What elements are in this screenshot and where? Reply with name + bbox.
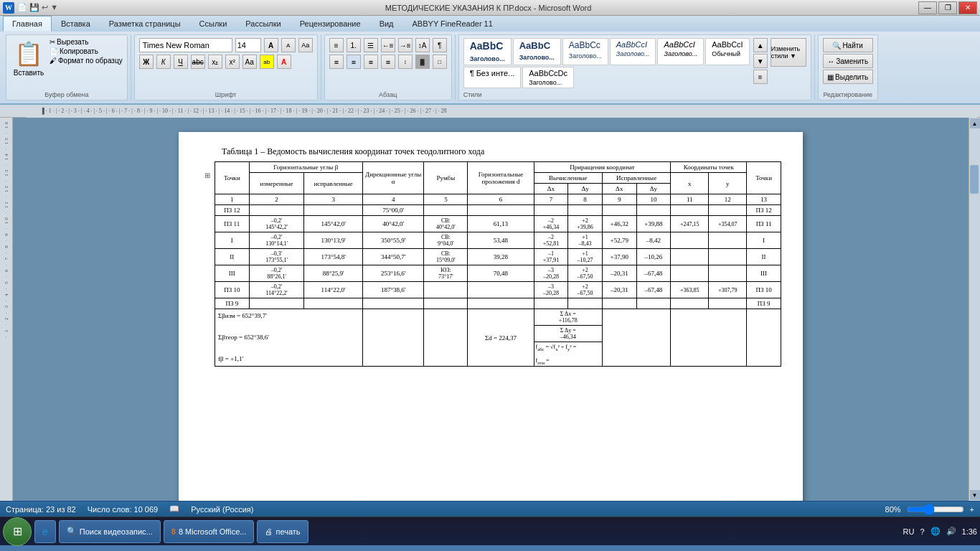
numbered-list-button[interactable]: 1.: [347, 38, 361, 52]
scroll-thumb[interactable]: [970, 165, 979, 194]
style-heading2[interactable]: AaBbCЗаголово...: [513, 38, 561, 65]
table-anchor[interactable]: ⊞: [204, 171, 210, 179]
font-grow-button[interactable]: A: [264, 38, 278, 52]
styles-group: AaBbCЗаголово... AaBbCЗаголово... AaBbCc…: [458, 34, 811, 100]
line-spacing-button[interactable]: ↕: [398, 55, 413, 69]
header-coord-inc: Приращения координат: [534, 162, 671, 173]
font-name-input[interactable]: [139, 38, 232, 52]
font-size-input[interactable]: [235, 38, 261, 52]
subscript-button[interactable]: x₂: [208, 55, 222, 69]
cell-y: [709, 249, 747, 265]
styles-up-button[interactable]: ▲: [753, 38, 768, 52]
justify-button[interactable]: ≡: [381, 55, 395, 69]
cell-dx2: –20,31: [602, 282, 636, 298]
taskbar-print[interactable]: 🖨 печать: [257, 520, 308, 543]
header-coords: Координаты точек: [671, 162, 747, 173]
align-left-button[interactable]: ≡: [329, 55, 344, 69]
tab-mailings[interactable]: Рассылки: [236, 16, 290, 32]
strikethrough-button[interactable]: abc: [191, 55, 205, 69]
zoom-slider[interactable]: [907, 504, 964, 515]
tab-view[interactable]: Вид: [370, 16, 403, 32]
select-button[interactable]: ▦Выделить: [823, 70, 873, 84]
cell-dx2: [602, 205, 636, 216]
style-heading5[interactable]: AaBbCcIЗаголово...: [657, 38, 704, 65]
doc-container: ▐ · 1 · | · 2 · | · 3 · | · 4 · | · 5 · …: [0, 105, 980, 501]
increase-indent-button[interactable]: →≡: [398, 38, 413, 52]
cell-x: [671, 232, 709, 249]
style-heading4[interactable]: AaBbCcIЗаголово...: [610, 38, 656, 65]
bullet-list-button[interactable]: ≡: [329, 38, 344, 52]
multilevel-list-button[interactable]: ☰: [364, 38, 378, 52]
copy-button[interactable]: 📄Копировать: [50, 47, 123, 55]
underline-button[interactable]: Ч: [174, 55, 188, 69]
restore-button[interactable]: ❐: [938, 1, 957, 14]
scroll-down-button[interactable]: ▼: [970, 490, 980, 500]
paste-button[interactable]: 📋 Вставить: [11, 38, 47, 78]
zoom-in-button[interactable]: +: [970, 505, 974, 514]
cut-button[interactable]: ✂Вырезать: [50, 38, 123, 46]
highlight-button[interactable]: ab: [260, 55, 274, 69]
title-bar: W 📄 💾 ↩ ▼ МЕТОДИЧЕСКИЕ УКАЗАНИЯ К ПР.doc…: [0, 0, 980, 16]
cell-y: +354,07: [709, 216, 747, 232]
cell-measured: –0,2'88°26,1': [249, 265, 304, 282]
title-bar-left: W 📄 💾 ↩ ▼: [3, 2, 58, 14]
ie-button[interactable]: e: [34, 520, 56, 543]
table-row: ПЗ 9 ПЗ 9: [215, 298, 781, 309]
replace-button[interactable]: ↔Заменить: [823, 54, 873, 68]
shading-button[interactable]: ▓: [415, 55, 430, 69]
styles-more-button[interactable]: ≡: [753, 70, 768, 84]
change-styles-button[interactable]: Изменить стили ▼: [771, 38, 806, 67]
style-heading1[interactable]: AaBbCЗаголово...: [463, 38, 512, 65]
font-color-button[interactable]: A: [277, 55, 291, 69]
scrollbar-vertical[interactable]: ▲ ▼: [969, 118, 980, 501]
format-painter-button[interactable]: 🖌Формат по образцу: [50, 57, 123, 65]
tab-layout[interactable]: Разметка страницы: [100, 16, 190, 32]
bold-button[interactable]: Ж: [139, 55, 154, 69]
sort-button[interactable]: ↕A: [415, 38, 430, 52]
superscript-button[interactable]: x²: [225, 55, 240, 69]
num-9: 9: [602, 194, 636, 205]
align-center-button[interactable]: ≡: [347, 55, 361, 69]
align-right-button[interactable]: ≡: [364, 55, 378, 69]
scroll-up-button[interactable]: ▲: [970, 118, 980, 128]
table-row: I –0,2'130°14,1' 130°13,9' 350°55,9' СВ:…: [215, 232, 781, 249]
tab-insert[interactable]: Вставка: [52, 16, 100, 32]
tab-home[interactable]: Главная: [3, 16, 52, 32]
help-icon[interactable]: ?: [920, 527, 924, 536]
tab-references[interactable]: Ссылки: [190, 16, 237, 32]
header-dx2: Δx: [602, 184, 636, 194]
cell-dx1: [534, 298, 568, 309]
tab-abbyy[interactable]: ABBYY FineReader 11: [403, 16, 502, 32]
style-heading3[interactable]: AaBbCcЗаголово...: [562, 38, 608, 65]
header-corrected: исправленные: [304, 173, 362, 194]
style-normal[interactable]: AaBbCcIОбычный: [705, 38, 749, 65]
tab-review[interactable]: Рецензирование: [291, 16, 370, 32]
font-shrink-button[interactable]: A: [281, 38, 296, 52]
find-button[interactable]: 🔍Найти: [823, 38, 873, 52]
show-marks-button[interactable]: ¶: [433, 38, 447, 52]
decrease-indent-button[interactable]: ←≡: [381, 38, 395, 52]
zoom-level: 80%: [885, 505, 901, 514]
ruler-left: · 1 · 2 · 3 · 4 · 5 · 6 · 7 · 8 · 9 · 10…: [0, 118, 13, 501]
clear-format-button[interactable]: Aa: [298, 38, 313, 52]
cell-corrected: 114°22,0': [304, 282, 362, 298]
cell-corrected: 145°42,0': [304, 216, 362, 232]
clock: 1:36: [962, 527, 977, 536]
change-case-button[interactable]: Аа: [242, 55, 257, 69]
cell-x: [671, 265, 709, 282]
cell-rumb: СВ:9°04,0': [424, 232, 468, 249]
cell-x: [671, 205, 709, 216]
close-button[interactable]: ✕: [958, 1, 977, 14]
minimize-button[interactable]: —: [918, 1, 937, 14]
italic-button[interactable]: К: [156, 55, 171, 69]
taskbar-office[interactable]: 8 8 Microsoft Office...: [164, 520, 255, 543]
cell-dy2: [636, 298, 671, 309]
num-5: 5: [424, 194, 468, 205]
border-button[interactable]: □: [433, 55, 447, 69]
start-button[interactable]: ⊞: [3, 517, 32, 546]
styles-down-button[interactable]: ▼: [753, 54, 768, 68]
taskbar-search[interactable]: 🔍 Поиск видеозапис...: [59, 520, 161, 543]
doc-scroll[interactable]: ⊞ Таблица 1 – Ведомость вычисления коорд…: [13, 118, 969, 501]
style-no-spacing[interactable]: ¶ Без инте...: [463, 67, 522, 88]
style-heading6[interactable]: AaBbCcDcЗаголово...: [522, 67, 574, 88]
